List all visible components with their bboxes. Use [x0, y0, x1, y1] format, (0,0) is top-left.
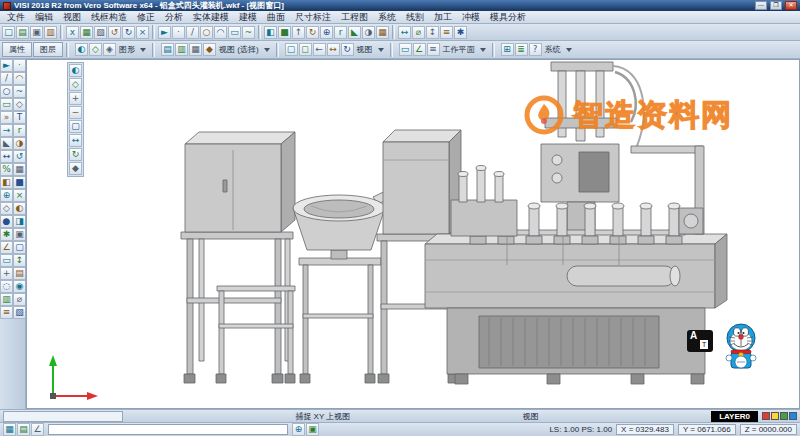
chamfer-icon[interactable]: ◣	[0, 137, 13, 150]
hide-icon[interactable]: ◌	[0, 280, 13, 293]
menu-item[interactable]: 分析	[160, 11, 188, 24]
lock-icon[interactable]: ▥	[0, 293, 13, 306]
front-view-icon[interactable]: ▥	[175, 43, 188, 56]
circle-icon[interactable]: ○	[200, 26, 213, 39]
offset-icon[interactable]: »	[0, 111, 13, 124]
group-icon[interactable]: ▤	[13, 267, 26, 280]
discharge-cylinder[interactable]	[567, 266, 680, 286]
chevron-down-icon[interactable]	[378, 48, 384, 52]
menu-item[interactable]: 工程图	[336, 11, 373, 24]
rectangle-icon[interactable]: ▭	[0, 98, 13, 111]
menu-item[interactable]: 实体建模	[188, 11, 234, 24]
grid-icon[interactable]: ▤	[17, 423, 30, 436]
arc-icon[interactable]: ◠	[214, 26, 227, 39]
surface-icon[interactable]: ◧	[264, 26, 277, 39]
select-arrow-icon[interactable]: ►	[0, 59, 13, 72]
shade-icon[interactable]: ◐	[13, 202, 26, 215]
menu-item[interactable]: 尺寸标注	[290, 11, 336, 24]
dimension-icon[interactable]: ↕	[426, 26, 439, 39]
trim-icon[interactable]: T	[13, 111, 26, 124]
hidden-line-icon[interactable]: ◈	[103, 43, 116, 56]
menu-item[interactable]: 视图	[58, 11, 86, 24]
menu-item[interactable]: 编辑	[30, 11, 58, 24]
menu-item[interactable]: 冲模	[457, 11, 485, 24]
surface-icon[interactable]: ◧	[0, 176, 13, 189]
layers-icon[interactable]: ≡	[440, 26, 453, 39]
open-folder-icon[interactable]: ▤	[16, 26, 29, 39]
chevron-down-icon[interactable]	[566, 48, 572, 52]
plane-icon[interactable]: ▭	[0, 254, 13, 267]
fillet-icon[interactable]: r	[13, 124, 26, 137]
cut-icon[interactable]: x	[66, 26, 79, 39]
coordinate-icon[interactable]: +	[0, 267, 13, 280]
point-icon[interactable]: ·	[13, 59, 26, 72]
chevron-down-icon[interactable]	[264, 48, 270, 52]
help-icon[interactable]: ?	[529, 43, 542, 56]
chevron-down-icon[interactable]	[140, 48, 146, 52]
rectangle-icon[interactable]: ▭	[228, 26, 241, 39]
scale-icon[interactable]: %	[0, 163, 13, 176]
menu-item[interactable]: 加工	[429, 11, 457, 24]
mirror-icon[interactable]: ◑	[13, 137, 26, 150]
group-view-select-label[interactable]: 视图 (选择)	[219, 44, 259, 55]
array-icon[interactable]: ▦	[13, 163, 26, 176]
copy-icon[interactable]: ▦	[80, 26, 93, 39]
constraint-icon[interactable]: ∠	[0, 241, 13, 254]
extrude-icon[interactable]: ↑	[292, 26, 305, 39]
arc-icon[interactable]: ◠	[13, 72, 26, 85]
line-icon[interactable]: /	[0, 72, 13, 85]
mirror-icon[interactable]: ◑	[362, 26, 375, 39]
section-icon[interactable]: ◨	[13, 215, 26, 228]
machine-3d-model[interactable]	[27, 60, 800, 409]
new-file-icon[interactable]: □	[2, 26, 15, 39]
zoom-fit-icon[interactable]: ▢	[69, 120, 82, 133]
pan-icon[interactable]: ↔	[69, 134, 82, 147]
snap-status-text[interactable]: 捕捉 XY 上视图	[295, 411, 350, 422]
wireframe-icon[interactable]: ◇	[69, 78, 82, 91]
tab-properties[interactable]: 属性	[2, 42, 32, 57]
group-workplane-label[interactable]: 工作平面	[443, 44, 475, 55]
show-icon[interactable]: ◉	[13, 280, 26, 293]
chevron-down-icon[interactable]	[480, 48, 486, 52]
iso-view-icon[interactable]: ◆	[69, 162, 82, 175]
menu-item[interactable]: 文件	[2, 11, 30, 24]
machine-bed[interactable]	[425, 234, 727, 384]
minimize-button[interactable]: —	[755, 1, 767, 10]
undo-icon[interactable]: ↺	[108, 26, 121, 39]
save-icon[interactable]: ▣	[30, 26, 43, 39]
layers-icon[interactable]: ≡	[0, 306, 13, 319]
axis-icon[interactable]: ↕	[13, 254, 26, 267]
circle-icon[interactable]: ○	[0, 85, 13, 98]
boolean-icon[interactable]: ⊕	[320, 26, 333, 39]
measure-icon[interactable]: ⌀	[412, 26, 425, 39]
view-status-text[interactable]: 视图	[523, 411, 539, 422]
zoom-previous-icon[interactable]: ←	[313, 43, 326, 56]
fillet-icon[interactable]: r	[334, 26, 347, 39]
curve-icon[interactable]: ~	[242, 26, 255, 39]
menu-item[interactable]: 模具分析	[485, 11, 531, 24]
zoom-window-icon[interactable]: ◻	[299, 43, 312, 56]
wireframe-3d-icon[interactable]: ◇	[0, 202, 13, 215]
maximize-button[interactable]: ❐	[770, 1, 782, 10]
zoom-all-icon[interactable]: ▢	[285, 43, 298, 56]
side-view-icon[interactable]: ▦	[189, 43, 202, 56]
solid-icon[interactable]: ■	[13, 176, 26, 189]
sketch-icon[interactable]: ▢	[13, 241, 26, 254]
viewport-3d[interactable]: ◐◇+−▢↔↻◆ 智造资料网 A T	[26, 59, 800, 409]
delete-icon[interactable]: ×	[13, 189, 26, 202]
menu-item[interactable]: 建模	[234, 11, 262, 24]
array-icon[interactable]: ▦	[376, 26, 389, 39]
group-graphics-label[interactable]: 图形	[119, 44, 135, 55]
left-cabinet[interactable]	[181, 132, 295, 383]
orbit-icon[interactable]: ↻	[69, 148, 82, 161]
solid-icon[interactable]: ■	[278, 26, 291, 39]
zoom-out-icon[interactable]: −	[69, 106, 82, 119]
spline-icon[interactable]: ~	[13, 85, 26, 98]
close-button[interactable]: ✕	[785, 1, 797, 10]
explode-icon[interactable]: ✱	[0, 228, 13, 241]
line-icon[interactable]: /	[186, 26, 199, 39]
group-system-label[interactable]: 系统	[545, 44, 561, 55]
ortho-icon[interactable]: ∠	[31, 423, 44, 436]
extend-icon[interactable]: →	[0, 124, 13, 137]
rotate-icon[interactable]: ↺	[13, 150, 26, 163]
